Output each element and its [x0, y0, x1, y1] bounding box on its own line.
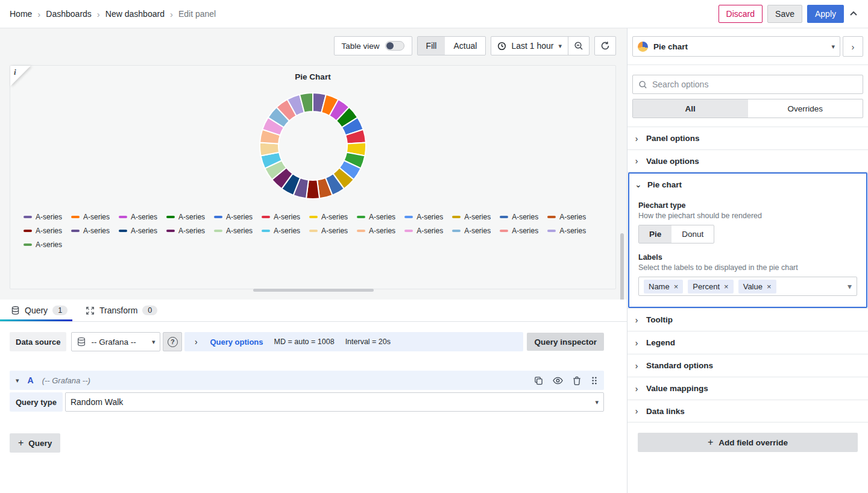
main-layout: Table view Fill Actual Last 1 hour ▾: [0, 28, 868, 493]
duplicate-query-button[interactable]: [534, 376, 543, 385]
add-field-override-button[interactable]: + Add field override: [638, 433, 858, 452]
legend-item[interactable]: A-series: [24, 213, 62, 221]
sections-bottom: ›Tooltip›Legend›Standard options›Value m…: [627, 308, 868, 422]
legend-item[interactable]: A-series: [119, 213, 157, 221]
legend-item[interactable]: A-series: [547, 213, 586, 221]
legend-label: A-series: [226, 227, 253, 235]
fill-option[interactable]: Fill: [418, 37, 445, 55]
search-icon: [638, 80, 647, 89]
legend-label: A-series: [36, 213, 62, 221]
collapse-header-button[interactable]: [849, 9, 858, 19]
tab-all[interactable]: All: [633, 99, 748, 118]
pane-resize-handle[interactable]: [253, 289, 374, 292]
legend-item[interactable]: A-series: [452, 213, 491, 221]
actual-option[interactable]: Actual: [445, 37, 485, 55]
close-icon[interactable]: ×: [767, 282, 772, 291]
donut-type-option[interactable]: Donut: [671, 225, 714, 243]
legend-item[interactable]: A-series: [24, 240, 62, 249]
pie-chart-section: ⌄ Pie chart Piechart type How the piecha…: [628, 172, 867, 308]
collapse-options-button[interactable]: ›: [843, 36, 863, 57]
refresh-button[interactable]: [595, 37, 615, 55]
breadcrumb-new-dashboard[interactable]: New dashboard: [105, 9, 165, 19]
query-inspector-button[interactable]: Query inspector: [527, 333, 604, 351]
viz-picker[interactable]: Pie chart ▾: [632, 36, 840, 57]
discard-button[interactable]: Discard: [719, 5, 763, 23]
datasource-picker[interactable]: -- Grafana -- ▾: [71, 332, 160, 351]
legend-item[interactable]: A-series: [71, 213, 110, 221]
piechart-type-label: Piechart type: [638, 201, 857, 210]
tab-query[interactable]: Query 1: [10, 300, 69, 321]
query-options-bar[interactable]: › Query options MD = auto = 1008 Interva…: [184, 332, 523, 351]
chevron-down-icon[interactable]: ▾: [16, 377, 19, 385]
pie-type-option[interactable]: Pie: [639, 225, 671, 243]
legend-item[interactable]: A-series: [71, 227, 110, 235]
time-range-group: Last 1 hour ▾: [491, 36, 590, 55]
option-section-tooltip[interactable]: ›Tooltip: [627, 308, 868, 331]
apply-button[interactable]: Apply: [807, 5, 844, 23]
option-section-value-options[interactable]: ›Value options: [627, 149, 868, 172]
database-icon: [77, 337, 86, 347]
legend-item[interactable]: A-series: [357, 213, 395, 221]
breadcrumb-current: Edit panel: [178, 9, 216, 19]
legend-item[interactable]: A-series: [262, 227, 300, 235]
save-button[interactable]: Save: [767, 5, 802, 23]
legend-item[interactable]: A-series: [404, 213, 443, 221]
tab-transform[interactable]: Transform 0: [84, 300, 159, 321]
table-view-toggle[interactable]: [385, 41, 404, 51]
pie-section-header[interactable]: ⌄ Pie chart: [629, 174, 866, 195]
query-ref-id: A: [28, 375, 34, 385]
tab-overrides[interactable]: Overrides: [748, 99, 863, 118]
datasource-help-button[interactable]: ?: [163, 332, 182, 351]
legend-item[interactable]: A-series: [500, 227, 538, 235]
option-section-label: Value mappings: [646, 384, 708, 393]
zoom-out-button[interactable]: [568, 37, 589, 55]
time-range-picker[interactable]: Last 1 hour ▾: [491, 37, 568, 55]
legend-item[interactable]: A-series: [262, 213, 300, 221]
interval-stat: Interval = 20s: [345, 338, 391, 346]
legend-item[interactable]: A-series: [500, 213, 538, 221]
close-icon[interactable]: ×: [724, 282, 729, 291]
legend-item[interactable]: A-series: [214, 213, 253, 221]
info-icon: i: [14, 68, 16, 77]
legend-item[interactable]: A-series: [166, 213, 205, 221]
drag-query-handle[interactable]: [591, 376, 598, 385]
legend-item[interactable]: A-series: [119, 227, 157, 235]
query-type-select[interactable]: Random Walk ▾: [65, 392, 604, 412]
hide-query-button[interactable]: [553, 376, 563, 385]
legend-item[interactable]: A-series: [547, 227, 586, 235]
delete-query-button[interactable]: [573, 376, 581, 385]
option-section-legend[interactable]: ›Legend: [627, 331, 868, 354]
chip-label: Percent: [693, 282, 720, 291]
close-icon[interactable]: ×: [674, 282, 679, 291]
breadcrumb-home[interactable]: Home: [10, 9, 32, 19]
chip-label: Value: [743, 282, 763, 291]
chip-label: Name: [649, 282, 670, 291]
query-row-header[interactable]: ▾ A (-- Grafana --): [10, 371, 604, 390]
legend-item[interactable]: A-series: [214, 227, 253, 235]
labels-multiselect[interactable]: Name×Percent×Value×▾: [638, 277, 857, 296]
legend-swatch: [166, 230, 175, 232]
legend-item[interactable]: A-series: [309, 227, 348, 235]
refresh-group: [594, 36, 616, 55]
legend-item[interactable]: A-series: [357, 227, 395, 235]
legend-item[interactable]: A-series: [309, 213, 348, 221]
legend-item[interactable]: A-series: [404, 227, 443, 235]
add-query-button[interactable]: + Query: [10, 433, 60, 453]
options-filter-tabs: All Overrides: [632, 99, 863, 118]
legend-swatch: [214, 230, 222, 232]
legend-label: A-series: [226, 213, 253, 221]
legend-item[interactable]: A-series: [166, 227, 205, 235]
legend-item[interactable]: A-series: [24, 227, 62, 235]
refresh-icon: [600, 41, 610, 51]
fill-actual-group: Fill Actual: [417, 36, 486, 55]
search-options-input[interactable]: [652, 80, 857, 89]
plus-icon: +: [708, 437, 713, 448]
option-section-standard-options[interactable]: ›Standard options: [627, 354, 868, 377]
option-section-data-links[interactable]: ›Data links: [627, 400, 868, 422]
drag-handle-icon: [591, 376, 598, 385]
active-tab-indicator: [0, 319, 72, 321]
option-section-panel-options[interactable]: ›Panel options: [627, 127, 868, 149]
legend-item[interactable]: A-series: [452, 227, 491, 235]
breadcrumb-dashboards[interactable]: Dashboards: [46, 9, 92, 19]
option-section-value-mappings[interactable]: ›Value mappings: [627, 377, 868, 400]
